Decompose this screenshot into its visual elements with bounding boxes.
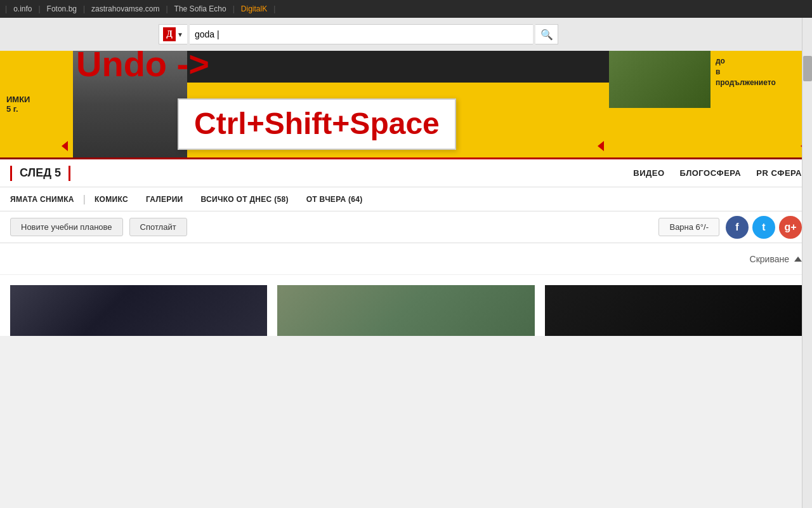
banner-left-arrow-icon[interactable] bbox=[62, 141, 68, 151]
bookmark-sep-4: | bbox=[233, 4, 235, 13]
thumb-image-1 bbox=[10, 285, 267, 336]
nav-link-video[interactable]: ВИДЕО bbox=[633, 168, 664, 178]
toolbar-btn-spotlite[interactable]: Спотлайт bbox=[129, 218, 187, 236]
nav-link-pr[interactable]: PR СФЕРА bbox=[756, 168, 802, 178]
banner-center-arrow-icon[interactable] bbox=[598, 141, 604, 151]
bookmark-sep-5: | bbox=[273, 4, 275, 13]
twitter-icon[interactable]: t bbox=[752, 216, 775, 239]
scrollbar[interactable] bbox=[802, 18, 812, 508]
bookmark-zastrah[interactable]: zastrahovamse.com bbox=[88, 4, 163, 13]
scrollbar-thumb[interactable] bbox=[803, 56, 812, 81]
search-engine-dropdown-arrow: ▼ bbox=[177, 31, 183, 38]
sub-nav: ЯМАТА СНИМКА | КОМИКС ГАЛЕРИИ ВСИЧКО ОТ … bbox=[0, 187, 812, 211]
banner-right-text2: в bbox=[716, 67, 807, 77]
nav-link-blogosfera[interactable]: БЛОГОСФЕРА bbox=[680, 168, 742, 178]
search-button[interactable]: 🔍 bbox=[535, 24, 558, 44]
banner-right-top[interactable]: до в продължението bbox=[609, 51, 812, 108]
bookmark-sep-0: | bbox=[5, 4, 7, 13]
undo-label-overlay: Undo -> bbox=[76, 43, 209, 84]
bookmark-foton[interactable]: Foton.bg bbox=[43, 4, 81, 13]
banner-right-text-area: до в продължението bbox=[710, 51, 812, 108]
nav-left: СЛЕД 5 bbox=[10, 166, 70, 181]
subnav-item-ot-vchera[interactable]: ОТ ВЧЕРА (64) bbox=[298, 187, 372, 211]
subnav-item-vsichko[interactable]: ВСИЧКО ОТ ДНЕС (58) bbox=[192, 187, 298, 211]
search-engine-button[interactable]: Д ▼ bbox=[159, 24, 187, 44]
shortcut-tooltip-text: Ctrl+Shift+Space bbox=[194, 107, 440, 141]
toolbar-btn-novite[interactable]: Новите учебни планове bbox=[10, 218, 123, 236]
social-icons: f t g+ bbox=[726, 216, 802, 239]
banner-right: до в продължението bbox=[609, 51, 812, 157]
search-engine-icon: Д bbox=[163, 27, 176, 41]
bookmark-sep-1: | bbox=[38, 4, 40, 13]
nav-bar: СЛЕД 5 ВИДЕО БЛОГОСФЕРА PR СФЕРА bbox=[0, 159, 812, 187]
shortcut-tooltip: Ctrl+Shift+Space bbox=[178, 98, 456, 150]
thumb-item-2[interactable] bbox=[277, 285, 534, 336]
google-icon[interactable]: g+ bbox=[779, 216, 802, 239]
facebook-icon[interactable]: f bbox=[726, 216, 749, 239]
bookmarks-bar: | o.info | Foton.bg | zastrahovamse.com … bbox=[0, 0, 812, 18]
nav-title: СЛЕД 5 bbox=[20, 166, 61, 180]
search-icon: 🔍 bbox=[540, 29, 553, 41]
banner-left-text2: 5 г. bbox=[6, 104, 67, 114]
banner-left: ИМКИ 5 г. bbox=[0, 51, 73, 157]
subnav-item-komiks[interactable]: КОМИКС bbox=[86, 187, 137, 211]
thumb-image-2 bbox=[277, 285, 534, 336]
scroll-area: Скриване bbox=[0, 243, 812, 275]
toolbar-bar: Новите учебни планове Спотлайт Варна 6°/… bbox=[0, 211, 812, 243]
main-content: ИМКИ 5 г. до в продължението bbox=[0, 51, 812, 336]
bookmark-oinfo[interactable]: o.info bbox=[10, 4, 36, 13]
nav-vert-bar bbox=[10, 166, 12, 181]
bookmark-sep-3: | bbox=[166, 4, 167, 13]
thumb-item-3[interactable] bbox=[545, 285, 802, 336]
search-input[interactable] bbox=[190, 24, 533, 44]
banner-left-text1: ИМКИ bbox=[6, 95, 67, 104]
banner-right-bottom[interactable] bbox=[609, 108, 812, 157]
banner-right-text3: продължението bbox=[716, 77, 807, 88]
subnav-item-galerii[interactable]: ГАЛЕРИИ bbox=[137, 187, 192, 211]
thumbs-area bbox=[0, 275, 812, 336]
banner-dark-overlay bbox=[187, 51, 609, 83]
bookmark-digitalk[interactable]: DigitalK bbox=[237, 4, 271, 13]
subnav-item-yamata[interactable]: ЯМАТА СНИМКА bbox=[10, 187, 83, 211]
scroll-label: Скриване bbox=[750, 254, 789, 264]
nav-right: ВИДЕО БЛОГОСФЕРА PR СФЕРА bbox=[633, 168, 802, 178]
bookmark-sep-2: | bbox=[83, 4, 85, 13]
thumb-image-3 bbox=[545, 285, 802, 336]
bookmark-sofia-echo[interactable]: The Sofia Echo bbox=[171, 4, 230, 13]
scroll-up-arrow-icon[interactable] bbox=[794, 257, 802, 262]
thumb-item-1[interactable] bbox=[10, 285, 267, 336]
banner-right-image bbox=[609, 51, 710, 108]
weather-button[interactable]: Варна 6°/- bbox=[658, 218, 719, 236]
nav-vert-bar-right bbox=[69, 166, 70, 181]
banner-right-text1: до bbox=[716, 56, 807, 67]
